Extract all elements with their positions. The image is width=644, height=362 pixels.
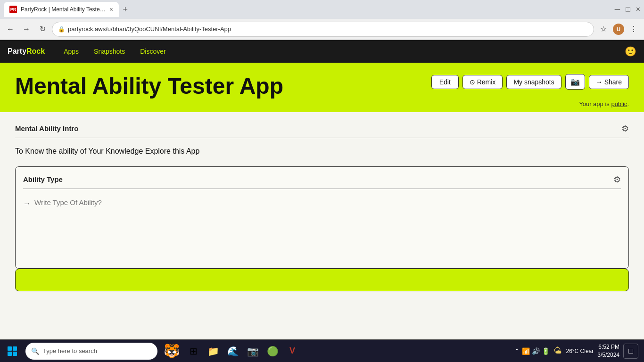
input-placeholder-text[interactable]: Write Type Of Ability? (34, 198, 102, 206)
lock-icon: 🔒 (58, 26, 65, 33)
address-bar[interactable]: 🔒 partyrock.aws/u/bhari/3yQooCUNI/Mental… (52, 22, 594, 37)
taskbar-date-value: 3/5/2024 (597, 351, 619, 359)
remix-button[interactable]: ⊙ Remix (462, 75, 503, 89)
taskbar-edge[interactable]: 🌊 (223, 342, 242, 361)
battery-icon[interactable]: 🔋 (542, 347, 550, 355)
camera-button[interactable]: 📷 (565, 74, 585, 90)
toolbar-icons: ☆ U ⋮ (597, 23, 640, 36)
notification-center-button[interactable]: □ (623, 344, 638, 359)
bottom-widget-preview (15, 269, 629, 291)
taskbar-clock[interactable]: 6:52 PM 3/5/2024 (597, 343, 619, 359)
browser-toolbar: ← → ↻ 🔒 partyrock.aws/u/bhari/3yQooCUNI/… (0, 19, 644, 40)
taskbar-clock-area: 🌤 26°C Clear (553, 346, 594, 356)
taskbar-chrome[interactable]: 🟢 (263, 342, 282, 361)
nav-apps[interactable]: Apps (56, 40, 86, 63)
my-snapshots-button[interactable]: My snapshots (506, 75, 561, 89)
browser-tab[interactable]: PR PartyRock | Mental Ability Teste… × (4, 2, 119, 17)
intro-widget-settings-icon[interactable]: ⚙ (621, 123, 629, 134)
profile-avatar: U (613, 24, 624, 35)
tab-close-button[interactable]: × (109, 6, 113, 13)
public-link[interactable]: public (611, 100, 627, 107)
search-icon: 🔍 (31, 347, 39, 355)
taskbar-mascot: 🐯 (160, 340, 183, 362)
hero-section: Mental Ability Tester App Edit ⊙ Remix M… (0, 63, 644, 112)
start-button[interactable] (2, 341, 23, 362)
taskbar-search[interactable]: 🔍 Type here to search (25, 343, 157, 360)
nav-discover[interactable]: Discover (132, 40, 173, 63)
app-logo: PartyRock (8, 47, 45, 56)
input-row: → Write Type Of Ability? (23, 195, 621, 212)
taskbar-v[interactable]: V (283, 342, 302, 361)
windows-icon (8, 346, 17, 356)
maximize-button[interactable]: □ (626, 5, 630, 14)
browser-titlebar: PR PartyRock | Mental Ability Teste… × +… (0, 0, 644, 19)
ability-type-widget-header: Ability Type ⚙ (23, 174, 621, 189)
url-text: partyrock.aws/u/bhari/3yQooCUNI/Mental-A… (68, 25, 588, 33)
intro-widget: Mental Ability Intro ⚙ To Know the abili… (15, 123, 629, 159)
taskbar-system-icons: ⌃ 📶 🔊 🔋 (514, 347, 550, 355)
app-nav: PartyRock Apps Snapshots Discover 🙂 (0, 40, 644, 63)
speaker-icon[interactable]: 🔊 (532, 347, 540, 355)
taskbar-time-value: 6:52 PM (597, 343, 619, 351)
taskbar-files[interactable]: 📁 (204, 342, 223, 361)
reload-button[interactable]: ↻ (36, 23, 49, 36)
ability-type-input-area: → Write Type Of Ability? (23, 195, 621, 261)
taskbar-right: ⌃ 📶 🔊 🔋 🌤 26°C Clear 6:52 PM 3/5/2024 □ (514, 343, 642, 359)
tab-title: PartyRock | Mental Ability Teste… (21, 6, 106, 13)
taskbar-task-view[interactable]: ⊞ (184, 342, 203, 361)
edit-button[interactable]: Edit (431, 75, 459, 89)
window-controls: ─ □ × (615, 5, 640, 14)
weather-text: 26°C Clear (566, 348, 594, 354)
public-status: Your app is public. (579, 100, 629, 107)
new-tab-button[interactable]: + (119, 3, 132, 16)
ability-type-widget-title: Ability Type (23, 175, 63, 183)
extensions-button[interactable]: ⋮ (627, 23, 640, 36)
input-arrow-icon: → (23, 198, 31, 208)
tab-favicon: PR (9, 6, 17, 13)
weather-icon: 🌤 (553, 346, 562, 356)
taskbar-search-placeholder: Type here to search (43, 347, 97, 354)
share-button[interactable]: → Share (589, 75, 629, 89)
chevron-up-icon[interactable]: ⌃ (514, 347, 520, 355)
ability-type-widget: Ability Type ⚙ → Write Type Of Ability? (15, 166, 629, 269)
minimize-button[interactable]: ─ (615, 5, 620, 14)
intro-widget-title: Mental Ability Intro (15, 124, 78, 132)
hero-actions: Edit ⊙ Remix My snapshots 📷 → Share (431, 74, 629, 90)
forward-button[interactable]: → (20, 23, 33, 36)
taskbar: 🔍 Type here to search 🐯 ⊞ 📁 🌊 📷 🟢 V ⌃ 📶 … (0, 339, 644, 362)
intro-widget-header: Mental Ability Intro ⚙ (15, 123, 629, 138)
browser-chrome: PR PartyRock | Mental Ability Teste… × +… (0, 0, 644, 40)
main-content: Mental Ability Intro ⚙ To Know the abili… (0, 112, 644, 303)
taskbar-photos[interactable]: 📷 (243, 342, 262, 361)
back-button[interactable]: ← (4, 23, 17, 36)
close-button[interactable]: × (636, 5, 640, 14)
ability-type-settings-icon[interactable]: ⚙ (613, 174, 621, 185)
nav-snapshots[interactable]: Snapshots (86, 40, 132, 63)
nav-emoji: 🙂 (625, 46, 636, 57)
wifi-icon[interactable]: 📶 (522, 347, 530, 355)
bookmark-button[interactable]: ☆ (597, 23, 610, 36)
intro-widget-content: To Know the ability of Your Knowledge Ex… (15, 144, 629, 159)
profile-button[interactable]: U (612, 23, 625, 36)
